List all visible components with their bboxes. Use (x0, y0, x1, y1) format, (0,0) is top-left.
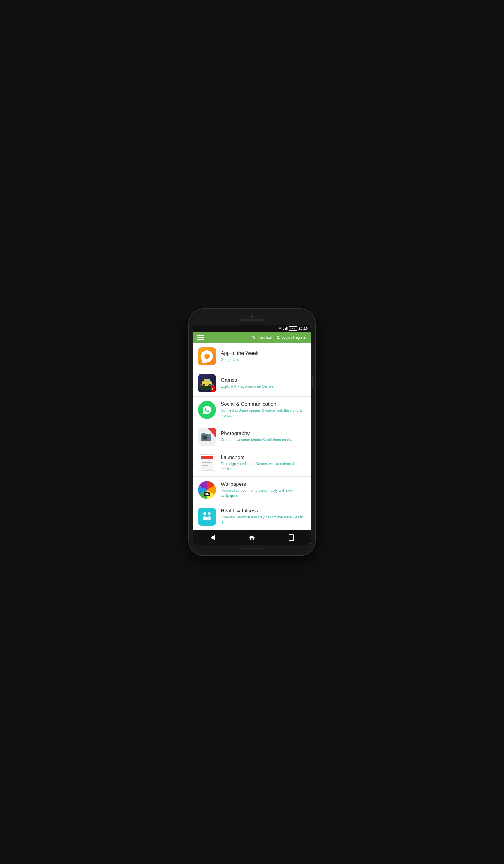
category-title: Wallpapers (221, 481, 306, 487)
category-title: Games (221, 377, 306, 383)
badge-icon: 8 (212, 387, 215, 390)
list-item[interactable]: Photography Capture awesome photos & edi… (193, 423, 311, 450)
battery-percentage: 66 % (290, 327, 296, 330)
category-list: App of the Week Google Allo (193, 343, 311, 530)
wallpaper-circle: HD (198, 481, 216, 499)
svg-rect-0 (284, 329, 285, 330)
svg-point-11 (203, 385, 205, 386)
wifi-icon (278, 327, 282, 330)
svg-rect-8 (205, 380, 207, 382)
navigation-bar (193, 530, 311, 545)
status-bar: 66 % 20:16 (193, 325, 311, 332)
status-icons: 66 % 20:16 (278, 326, 308, 331)
category-text: Health & Fitness Exercise, Workout and s… (221, 508, 306, 525)
login-label: Login / Register (281, 335, 307, 339)
side-button (312, 375, 313, 387)
toolbar-right: Translate Login / Register (251, 335, 307, 339)
app-of-week-icon (198, 347, 216, 365)
svg-point-25 (208, 512, 211, 515)
phone-top (193, 315, 311, 323)
list-item[interactable]: Launchers Redesign your Home Screen with… (193, 450, 311, 477)
health-svg (201, 511, 213, 523)
recent-button[interactable] (285, 533, 297, 542)
home-icon (249, 534, 255, 541)
category-text: Games Explore & Play Awesome Games (221, 377, 306, 389)
category-subtitle: Redesign your Home Screen with launchers… (221, 461, 306, 472)
svg-point-24 (203, 512, 206, 515)
back-button[interactable] (207, 533, 219, 542)
translate-button[interactable]: Translate (251, 335, 272, 339)
top-speaker (240, 319, 264, 321)
category-title: App of the Week (221, 350, 306, 357)
status-time: 20:16 (299, 326, 308, 331)
wallpaper-icon: HD (198, 481, 216, 499)
category-subtitle: Connect & Share images & videos with the… (221, 408, 306, 418)
svg-rect-9 (208, 380, 209, 382)
launcher-icon (198, 454, 216, 472)
toolbar: Translate Login / Register (193, 332, 311, 343)
phone-screen: 66 % 20:16 Translate (193, 325, 311, 545)
svg-point-13 (209, 385, 211, 386)
photo-icon (198, 428, 216, 445)
category-title: Photography (221, 431, 306, 436)
hamburger-menu-button[interactable] (197, 335, 204, 339)
launcher-bar (201, 456, 213, 459)
category-text: App of the Week Google Allo (221, 350, 306, 362)
category-subtitle: Google Allo (221, 357, 306, 362)
category-title: Launchers (221, 455, 306, 460)
person-icon (276, 335, 280, 339)
home-button[interactable] (246, 533, 258, 542)
launcher-inner (201, 456, 213, 471)
list-item[interactable]: App of the Week Google Allo (193, 343, 311, 370)
launcher-lines (201, 460, 213, 467)
phone-bottom (193, 548, 311, 549)
back-icon (211, 535, 215, 540)
svg-text:8: 8 (212, 388, 213, 390)
svg-rect-2 (286, 327, 287, 330)
category-subtitle: Personalise your home screen daily with … (221, 488, 306, 498)
allo-bubble (200, 349, 214, 363)
category-text: Launchers Redesign your Home Screen with… (221, 455, 306, 472)
category-text: Social & Communication Connect & Share i… (221, 401, 306, 418)
category-subtitle: Explore & Play Awesome Games (221, 384, 306, 389)
signal-icon (284, 327, 288, 330)
launcher-line (202, 462, 212, 463)
phone-device: 66 % 20:16 Translate (189, 309, 315, 555)
category-text: Photography Capture awesome photos & edi… (221, 431, 306, 443)
category-subtitle: Capture awesome photos & edit them easil… (221, 437, 306, 443)
translate-label: Translate (257, 335, 272, 339)
hd-badge: HD (204, 492, 210, 496)
launcher-line (202, 464, 212, 464)
list-item[interactable]: Social & Communication Connect & Share i… (193, 397, 311, 423)
social-icon (198, 401, 216, 419)
list-item[interactable]: 8 Games Explore & Play Awesome Games (193, 370, 311, 397)
category-title: Social & Communication (221, 401, 306, 407)
svg-rect-22 (208, 434, 210, 436)
svg-point-21 (204, 436, 205, 437)
launcher-line (202, 461, 212, 461)
login-button[interactable]: Login / Register (276, 335, 307, 339)
svg-rect-26 (289, 535, 294, 541)
bottom-speaker (240, 548, 264, 549)
translate-icon (251, 335, 256, 339)
category-subtitle: Exercise, Workout and stay healthy becau… (221, 515, 306, 525)
recent-icon (289, 534, 294, 541)
svg-rect-3 (287, 327, 288, 330)
svg-rect-1 (285, 328, 286, 330)
games-icon: 8 (198, 374, 216, 392)
launcher-line (202, 465, 208, 466)
badge: 8 (211, 385, 215, 392)
svg-rect-23 (203, 433, 205, 434)
photo-svg (198, 428, 216, 445)
battery-indicator: 66 % (289, 326, 298, 331)
category-text: Wallpapers Personalise your home screen … (221, 481, 306, 498)
health-icon (198, 507, 216, 526)
camera (251, 315, 253, 318)
list-item[interactable]: Health & Fitness Exercise, Workout and s… (193, 503, 311, 530)
list-item[interactable]: HD Wallpapers Personalise your home scre… (193, 477, 311, 503)
social-svg (201, 404, 213, 416)
category-title: Health & Fitness (221, 508, 306, 514)
